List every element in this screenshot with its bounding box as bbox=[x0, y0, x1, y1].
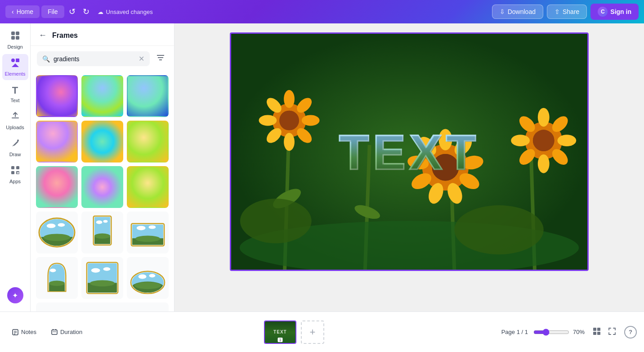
svg-point-43 bbox=[49, 280, 65, 286]
frame-item[interactable] bbox=[81, 75, 123, 117]
svg-point-36 bbox=[137, 226, 146, 230]
file-button[interactable]: File bbox=[41, 5, 64, 18]
notes-button[interactable]: Notes bbox=[7, 326, 41, 338]
sidebar-item-elements[interactable]: Elements bbox=[2, 54, 28, 80]
frame-item-portrait[interactable] bbox=[81, 212, 123, 253]
add-page-button[interactable]: + bbox=[301, 320, 324, 344]
svg-point-29 bbox=[96, 221, 103, 224]
frame-item[interactable] bbox=[81, 166, 123, 208]
draw-label: Draw bbox=[9, 152, 21, 157]
svg-rect-116 bbox=[593, 328, 596, 331]
frame-item[interactable] bbox=[36, 75, 78, 117]
design-icon bbox=[10, 31, 20, 43]
design-label: Design bbox=[7, 44, 22, 50]
sidebar-item-uploads[interactable]: Uploads bbox=[2, 108, 28, 134]
search-clear-button[interactable]: ✕ bbox=[139, 54, 144, 63]
svg-rect-117 bbox=[597, 328, 600, 331]
svg-point-4 bbox=[11, 59, 15, 62]
help-button[interactable]: ? bbox=[624, 326, 637, 338]
page-number: 1 bbox=[277, 338, 282, 342]
svg-rect-3 bbox=[16, 36, 19, 40]
frame-item-half-arch[interactable] bbox=[36, 302, 169, 311]
topbar-right: ⇩ Download ⇧ Share C Sign in bbox=[492, 4, 639, 20]
thumb-text: TEXT bbox=[273, 329, 287, 334]
frame-item-oval-land[interactable] bbox=[127, 257, 169, 299]
svg-point-57 bbox=[134, 282, 161, 289]
frame-item-arch[interactable] bbox=[36, 257, 78, 299]
svg-rect-118 bbox=[593, 332, 596, 335]
text-overlay-container: TEXT bbox=[231, 34, 587, 270]
text-label: Text bbox=[10, 98, 19, 103]
frames-panel: ← Frames 🔍 ✕ bbox=[31, 23, 174, 311]
fullscreen-button[interactable] bbox=[605, 325, 619, 340]
svg-point-48 bbox=[103, 267, 110, 271]
search-input-wrap: 🔍 ✕ bbox=[37, 51, 150, 66]
sidebar-item-apps[interactable]: Apps bbox=[2, 162, 28, 188]
bottom-right-controls: Page 1 / 1 70% bbox=[501, 325, 637, 340]
search-input[interactable] bbox=[54, 55, 135, 63]
share-icon: ⇧ bbox=[555, 8, 560, 15]
duration-button[interactable]: Duration bbox=[46, 326, 87, 338]
sidebar-item-draw[interactable]: Draw bbox=[2, 135, 28, 161]
zoom-bar: 70% bbox=[533, 329, 585, 336]
signin-button[interactable]: C Sign in bbox=[590, 4, 639, 20]
sidebar-item-text[interactable]: T Text bbox=[2, 81, 28, 107]
main-area: Design Elements T Text Uplo bbox=[0, 23, 644, 311]
magic-button[interactable]: ✦ bbox=[7, 287, 23, 303]
page-thumbnail-1[interactable]: TEXT 1 bbox=[264, 320, 296, 344]
svg-point-54 bbox=[139, 275, 147, 279]
view-buttons bbox=[590, 325, 619, 340]
frame-item-square[interactable] bbox=[81, 257, 123, 299]
text-icon: T bbox=[12, 85, 18, 96]
unsaved-label: Unsaved changes bbox=[106, 9, 153, 15]
svg-point-25 bbox=[44, 234, 70, 241]
frame-item-landscape[interactable] bbox=[127, 212, 169, 253]
search-icon: 🔍 bbox=[42, 55, 50, 63]
frames-back-button[interactable]: ← bbox=[38, 30, 48, 41]
svg-rect-2 bbox=[11, 36, 15, 40]
svg-rect-5 bbox=[16, 59, 19, 62]
back-button[interactable]: ‹ Home bbox=[5, 5, 40, 18]
svg-point-22 bbox=[47, 224, 56, 228]
frame-item-oval[interactable] bbox=[36, 212, 78, 253]
bottom-bar: Notes Duration TEXT 1 + Page 1 / 1 70% bbox=[0, 311, 644, 352]
svg-point-41 bbox=[50, 269, 56, 272]
redo-button[interactable]: ↻ bbox=[80, 4, 92, 19]
svg-point-23 bbox=[58, 223, 65, 227]
topbar: ‹ Home File ↺ ↻ ☁ Unsaved changes ⇩ Down… bbox=[0, 0, 644, 23]
sidebar-item-design[interactable]: Design bbox=[2, 27, 28, 53]
topbar-left: ‹ Home File ↺ ↻ ☁ Unsaved changes bbox=[5, 4, 153, 19]
svg-marker-6 bbox=[12, 63, 19, 67]
svg-rect-9 bbox=[11, 166, 14, 169]
zoom-slider[interactable] bbox=[533, 329, 569, 336]
search-bar: 🔍 ✕ bbox=[31, 46, 174, 72]
svg-point-47 bbox=[91, 268, 100, 273]
frames-grid-wrap bbox=[31, 72, 174, 311]
grid-view-button[interactable] bbox=[590, 325, 604, 340]
canvas-text-overlay[interactable]: TEXT bbox=[339, 123, 479, 181]
draw-icon bbox=[10, 138, 20, 150]
undo-button[interactable]: ↺ bbox=[66, 4, 78, 19]
share-button[interactable]: ⇧ Share bbox=[547, 5, 587, 19]
zoom-label: 70% bbox=[573, 329, 585, 335]
svg-point-37 bbox=[148, 226, 156, 229]
frames-title: Frames bbox=[52, 32, 78, 40]
svg-point-30 bbox=[103, 220, 107, 223]
svg-rect-11 bbox=[11, 171, 14, 174]
design-canvas[interactable]: TEXT bbox=[230, 32, 589, 271]
frame-item[interactable] bbox=[127, 121, 169, 162]
download-button[interactable]: ⇩ Download bbox=[492, 5, 543, 19]
frame-item[interactable] bbox=[36, 166, 78, 208]
frame-item[interactable] bbox=[127, 75, 169, 117]
filter-button[interactable] bbox=[153, 50, 168, 67]
file-label: File bbox=[48, 8, 58, 15]
uploads-label: Uploads bbox=[6, 125, 24, 130]
frame-item[interactable] bbox=[36, 121, 78, 162]
fullscreen-icon bbox=[608, 327, 616, 335]
frames-header: ← Frames bbox=[31, 23, 174, 46]
download-icon: ⇩ bbox=[500, 8, 505, 15]
frame-item[interactable] bbox=[127, 166, 169, 208]
elements-label: Elements bbox=[5, 71, 26, 77]
notes-icon bbox=[12, 329, 19, 336]
frame-item[interactable] bbox=[81, 121, 123, 162]
